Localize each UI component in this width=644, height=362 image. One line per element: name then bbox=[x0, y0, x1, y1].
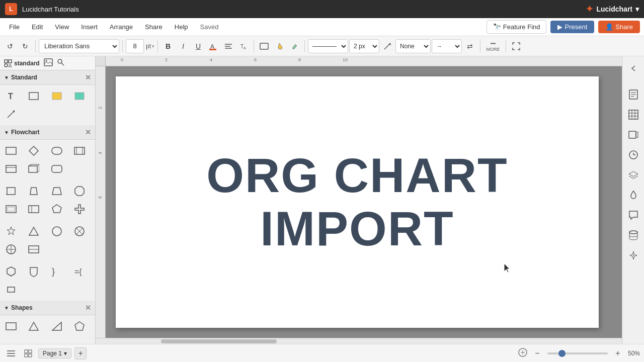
font-size-unit: pt bbox=[146, 43, 151, 50]
svg-marker-47 bbox=[52, 205, 61, 213]
underline-button[interactable]: U bbox=[191, 39, 205, 53]
toolbar-separator-7 bbox=[506, 40, 506, 52]
page-selector[interactable]: Page 1 ▾ bbox=[38, 348, 71, 358]
italic-button[interactable]: I bbox=[176, 39, 190, 53]
fill-color-button[interactable] bbox=[272, 39, 286, 53]
rectangle-shape[interactable] bbox=[26, 88, 42, 104]
menu-view[interactable]: View bbox=[50, 21, 74, 33]
highlight-button[interactable] bbox=[287, 39, 301, 53]
sh-right-triangle[interactable] bbox=[49, 318, 65, 334]
zoom-out-button[interactable]: − bbox=[531, 347, 543, 359]
table-button[interactable] bbox=[624, 106, 642, 124]
present-button[interactable]: ▶ Present bbox=[550, 21, 594, 33]
fc-brace[interactable]: } bbox=[49, 263, 65, 280]
search-tool-button[interactable] bbox=[57, 58, 65, 68]
zoom-in-button[interactable]: + bbox=[612, 347, 624, 359]
fc-trap2[interactable] bbox=[49, 183, 65, 199]
line-type-button[interactable] bbox=[380, 39, 394, 53]
data-button[interactable] bbox=[624, 226, 642, 244]
fc-para-rect[interactable] bbox=[3, 161, 19, 177]
fc-rect3[interactable] bbox=[3, 201, 19, 217]
standard-close-button[interactable]: ✕ bbox=[85, 73, 91, 81]
fc-square2[interactable] bbox=[3, 282, 19, 298]
fc-diamond[interactable] bbox=[26, 143, 42, 159]
scrollbar-thumb[interactable] bbox=[161, 339, 277, 343]
align-button[interactable] bbox=[221, 39, 235, 53]
flowchart-close-button[interactable]: ✕ bbox=[85, 128, 91, 136]
fc-3d-rect[interactable] bbox=[26, 161, 42, 177]
line-weight-select[interactable]: 2 px bbox=[349, 39, 379, 53]
fit-page-button[interactable] bbox=[518, 348, 527, 358]
page-properties-button[interactable] bbox=[624, 85, 642, 104]
horizontal-scrollbar[interactable] bbox=[96, 338, 622, 344]
redo-button[interactable]: ↻ bbox=[18, 39, 32, 53]
text-format-button[interactable]: TA bbox=[236, 39, 251, 53]
list-view-button[interactable] bbox=[4, 346, 18, 360]
canvas-inner[interactable]: ORG CHART IMPORT bbox=[106, 66, 622, 338]
font-family-select[interactable]: Liberation Sans bbox=[39, 39, 119, 53]
arrow-shape[interactable] bbox=[3, 106, 19, 122]
font-size-input[interactable] bbox=[126, 39, 144, 53]
fc-rect4[interactable] bbox=[26, 201, 42, 217]
fc-brace2[interactable]: ={ bbox=[71, 263, 88, 280]
share-button[interactable]: 👤 Share bbox=[598, 21, 640, 33]
sh-rect[interactable] bbox=[3, 318, 19, 334]
menu-help[interactable]: Help bbox=[170, 21, 193, 33]
fc-triangle[interactable] bbox=[26, 223, 42, 239]
fc-shield[interactable] bbox=[3, 263, 19, 280]
zoom-slider[interactable] bbox=[547, 352, 608, 354]
svg-marker-42 bbox=[75, 187, 84, 196]
fc-rect[interactable] bbox=[3, 143, 19, 159]
menu-share[interactable]: Share bbox=[140, 21, 168, 33]
bold-button[interactable]: B bbox=[161, 39, 175, 53]
fc-penta[interactable] bbox=[49, 201, 65, 217]
fullscreen-button[interactable] bbox=[509, 39, 523, 53]
fc-hexagon[interactable] bbox=[71, 161, 88, 177]
add-page-button[interactable]: + bbox=[74, 347, 87, 359]
arrow-end-select[interactable]: → bbox=[432, 39, 462, 53]
video-button[interactable] bbox=[624, 126, 642, 144]
fc-rounded-rect[interactable] bbox=[49, 143, 65, 159]
line-style-select[interactable]: ———— bbox=[308, 39, 348, 53]
flip-button[interactable]: ⇄ bbox=[463, 39, 477, 53]
fc-rect2[interactable] bbox=[3, 183, 19, 199]
sh-pentagon[interactable] bbox=[71, 318, 88, 334]
text-shape[interactable]: T bbox=[3, 88, 19, 104]
undo-button[interactable]: ↺ bbox=[3, 39, 17, 53]
teal-rectangle-shape[interactable] bbox=[71, 88, 88, 104]
fc-circle[interactable] bbox=[49, 223, 65, 239]
menu-file[interactable]: File bbox=[4, 21, 25, 33]
collapse-panel-button[interactable] bbox=[624, 59, 642, 77]
fc-circle-plus[interactable] bbox=[3, 241, 19, 257]
clock-button[interactable] bbox=[624, 146, 642, 164]
shapes-close-button[interactable]: ✕ bbox=[85, 304, 91, 312]
page-canvas[interactable]: ORG CHART IMPORT bbox=[116, 76, 599, 328]
fc-trap[interactable] bbox=[26, 183, 42, 199]
fc-cross[interactable] bbox=[71, 201, 88, 217]
fc-shield2[interactable] bbox=[26, 263, 42, 280]
yellow-rectangle-shape[interactable] bbox=[49, 88, 65, 104]
fc-double-rect[interactable] bbox=[71, 143, 88, 159]
fc-octagon[interactable] bbox=[71, 183, 88, 199]
fc-rounded2[interactable] bbox=[49, 161, 65, 177]
shape-style-button[interactable] bbox=[257, 39, 271, 53]
svg-rect-27 bbox=[52, 147, 62, 154]
menu-insert[interactable]: Insert bbox=[76, 21, 103, 33]
text-color-button[interactable]: A bbox=[206, 39, 220, 53]
sh-triangle[interactable] bbox=[26, 318, 42, 334]
feature-find-button[interactable]: 🔭 Feature Find bbox=[487, 20, 547, 34]
fc-star[interactable] bbox=[3, 223, 19, 239]
comment-button[interactable] bbox=[624, 206, 642, 224]
grid-view-button[interactable] bbox=[21, 346, 35, 360]
image-tool-button[interactable] bbox=[44, 58, 53, 68]
arrow-start-select[interactable]: None bbox=[395, 39, 431, 53]
menu-arrange[interactable]: Arrange bbox=[105, 21, 138, 33]
menu-edit[interactable]: Edit bbox=[27, 21, 48, 33]
sparkle-button[interactable] bbox=[624, 246, 642, 264]
fc-rect5[interactable] bbox=[26, 241, 42, 257]
fc-circle-x[interactable] bbox=[71, 223, 88, 239]
fill-button[interactable] bbox=[624, 186, 642, 204]
layers-button[interactable] bbox=[624, 166, 642, 184]
shapes-tool-button[interactable]: standard bbox=[4, 59, 40, 67]
more-button[interactable]: ••• MORE bbox=[484, 38, 503, 54]
